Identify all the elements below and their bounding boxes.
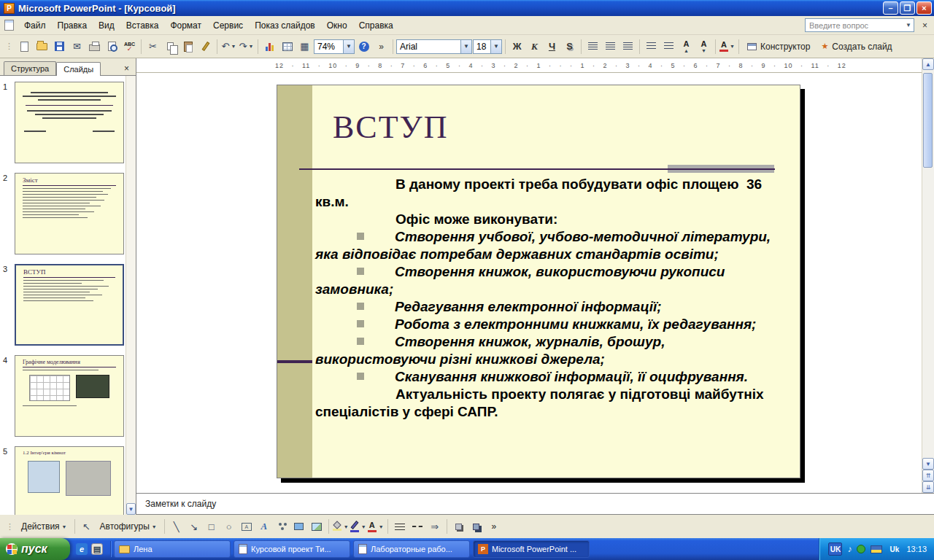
slide-thumbnail-4[interactable]: Графічне моделювання <box>15 355 124 437</box>
antivirus-icon[interactable] <box>857 545 865 553</box>
bold-button[interactable]: Ж <box>509 39 525 55</box>
paragraph[interactable]: Офіс може виконувати: <box>315 211 775 228</box>
email-button[interactable]: ✉ <box>69 39 85 55</box>
chevron-down-icon[interactable]: ▼ <box>343 40 354 53</box>
undo-button[interactable]: ↶▼ <box>220 39 237 55</box>
chevron-down-icon[interactable]: ▼ <box>248 44 253 49</box>
maximize-button[interactable]: ❐ <box>900 1 915 15</box>
taskbar-window-laboratornye[interactable]: Лабораторные рабо... <box>353 540 470 558</box>
line-color-button[interactable]: ▼ <box>350 518 366 534</box>
slide-thumbnail-5[interactable]: 1.2 Інтер'єри кімнат <box>15 446 124 515</box>
tab-outline[interactable]: Структура <box>4 61 56 75</box>
scrollbar-track[interactable] <box>922 70 934 458</box>
chevron-down-icon[interactable]: ▼ <box>379 524 384 529</box>
next-slide-button[interactable]: ⇊ <box>922 481 934 493</box>
panel-scrollbar[interactable]: ▼ <box>126 76 136 515</box>
font-size-combobox[interactable]: 18 ▼ <box>473 39 502 54</box>
taskbar-window-kursovoy[interactable]: Курсовой проект Ти... <box>234 540 350 558</box>
menu-window[interactable]: Окно <box>321 18 353 34</box>
print-button[interactable] <box>86 39 103 55</box>
menu-format[interactable]: Формат <box>164 18 207 34</box>
save-button[interactable] <box>51 39 68 55</box>
bullet-item[interactable]: Створення книжок, використовуючи рукопис… <box>315 263 775 298</box>
draw-oval-button[interactable]: ○ <box>221 518 237 534</box>
tab-slides[interactable]: Слайды <box>56 62 101 76</box>
notes-pane[interactable]: Заметки к слайду <box>136 493 934 515</box>
paragraph[interactable]: Актуальність проекту полягає у підготовц… <box>315 386 775 421</box>
text-box-button[interactable]: A <box>239 518 255 534</box>
language-indicator-secondary[interactable]: Uk <box>887 542 901 556</box>
taskbar-window-powerpoint[interactable]: P Microsoft PowerPoint ... <box>473 540 590 558</box>
align-left-button[interactable] <box>584 39 601 55</box>
scroll-down-icon[interactable]: ▼ <box>922 458 934 470</box>
spelling-button[interactable]: ABC✓ <box>121 39 138 55</box>
format-painter-button[interactable] <box>197 39 214 55</box>
shadow-style-button[interactable] <box>451 518 467 534</box>
bullets-button[interactable] <box>660 39 677 55</box>
autoshapes-button[interactable]: Автофигуры▼ <box>96 518 161 534</box>
open-button[interactable] <box>34 39 50 55</box>
arrow-style-button[interactable]: ⇒ <box>427 518 443 534</box>
menu-edit[interactable]: Правка <box>52 18 93 34</box>
wordart-button[interactable]: A <box>256 518 272 534</box>
question-input[interactable]: Введите вопрос ▼ <box>805 18 914 32</box>
redo-button[interactable]: ↷▼ <box>238 39 255 55</box>
vertical-scrollbar[interactable]: ▲ ▼ ⇈ ⇊ <box>922 58 934 493</box>
toggle-grid-button[interactable]: ▦ <box>296 39 313 55</box>
clip-art-button[interactable] <box>291 518 307 534</box>
dash-style-button[interactable] <box>409 518 425 534</box>
minimize-button[interactable]: – <box>883 1 898 15</box>
chevron-down-icon[interactable]: ▼ <box>361 524 366 529</box>
bullet-item[interactable]: Створення книжок, журналів, брошур, вико… <box>315 333 775 368</box>
menu-tools[interactable]: Сервис <box>207 18 249 34</box>
taskbar-window-lena[interactable]: Лена <box>114 540 231 558</box>
close-button[interactable]: × <box>916 1 932 15</box>
text-shadow-button[interactable]: S <box>561 39 578 55</box>
ukraine-flag-icon[interactable] <box>871 545 882 553</box>
help-button[interactable]: ? <box>355 39 372 55</box>
chevron-down-icon[interactable]: ▼ <box>231 44 236 49</box>
slide[interactable]: ВСТУП В даному проекті треба побудувати … <box>277 85 800 478</box>
print-preview-button[interactable] <box>104 39 120 55</box>
3d-style-button[interactable] <box>468 518 485 534</box>
chevron-down-icon[interactable]: ▼ <box>906 22 914 28</box>
chevron-down-icon[interactable]: ▼ <box>460 40 471 53</box>
insert-diagram-button[interactable] <box>274 518 290 534</box>
menu-slideshow[interactable]: Показ слайдов <box>249 18 321 34</box>
toolbar-overflow-button[interactable]: » <box>373 39 390 55</box>
align-center-button[interactable] <box>602 39 619 55</box>
menu-insert[interactable]: Вставка <box>120 18 165 34</box>
slide-canvas[interactable]: ВСТУП В даному проекті треба побудувати … <box>136 73 922 493</box>
chevron-down-icon[interactable]: ▼ <box>730 44 735 49</box>
slide-design-button[interactable]: Конструктор <box>742 39 815 55</box>
bullet-item[interactable]: Редагування електронної інформації; <box>315 298 775 316</box>
draw-actions-button[interactable]: Действия▼ <box>18 518 71 534</box>
menu-view[interactable]: Вид <box>93 18 120 34</box>
internet-explorer-icon[interactable]: e <box>76 543 88 555</box>
cut-button[interactable]: ✂ <box>144 39 161 55</box>
slide-thumbnail-2[interactable]: Зміст <box>15 173 124 254</box>
italic-button[interactable]: К <box>526 39 543 55</box>
font-color-button[interactable]: А▼ <box>719 39 736 55</box>
bullet-item[interactable]: Створення учбової, учбово-методичної літ… <box>315 228 775 263</box>
zoom-combobox[interactable]: 74% ▼ <box>314 39 355 54</box>
paste-button[interactable] <box>180 39 196 55</box>
bullet-item[interactable]: Робота з електронними книжками, їх редаг… <box>315 316 775 333</box>
draw-line-button[interactable]: ╲ <box>169 518 185 534</box>
scroll-up-icon[interactable]: ▲ <box>922 58 934 70</box>
fill-color-button[interactable]: ▼ <box>333 518 349 534</box>
toolbar-grip[interactable]: ⋮ <box>4 522 16 532</box>
insert-table-button[interactable] <box>279 39 296 55</box>
powerpoint-app-icon[interactable]: P <box>4 3 15 14</box>
insert-chart-button[interactable] <box>261 39 278 55</box>
shrink-font-button[interactable]: А▼ <box>695 39 712 55</box>
chevron-down-icon[interactable]: ▼ <box>344 524 349 529</box>
document-menu-icon[interactable] <box>4 20 14 31</box>
paragraph[interactable]: В даному проекті треба побудувати офіс п… <box>315 176 775 211</box>
copy-button[interactable] <box>162 39 179 55</box>
draw-arrow-button[interactable]: ↘ <box>186 518 202 534</box>
underline-button[interactable]: Ч <box>544 39 560 55</box>
previous-slide-button[interactable]: ⇈ <box>922 470 934 481</box>
drawbar-overflow-button[interactable]: » <box>486 518 502 534</box>
menu-file[interactable]: Файл <box>18 18 52 34</box>
